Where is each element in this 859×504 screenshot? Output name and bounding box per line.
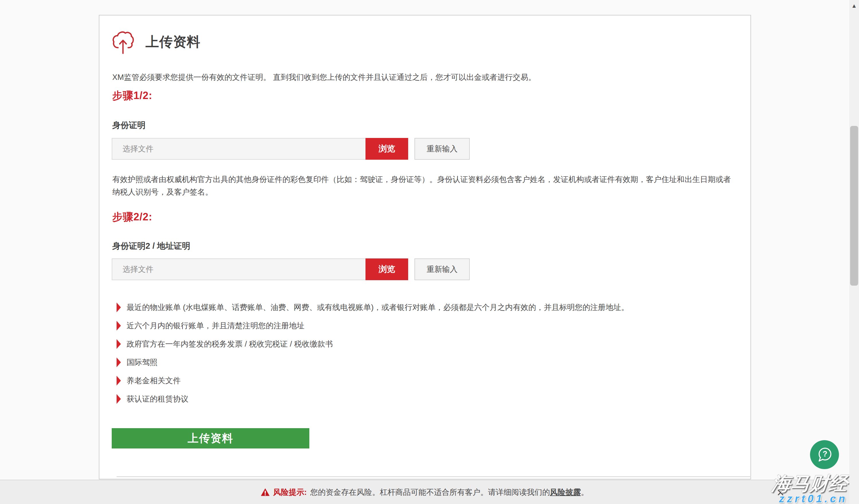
triangle-bullet-icon: [117, 376, 121, 385]
list-item-text: 最近的物业账单 (水电煤账单、话费账单、油费、网费、或有线电视账单)，或者银行对…: [126, 302, 629, 313]
section-divider: [117, 476, 751, 477]
address-browse-button[interactable]: 浏览: [365, 258, 408, 280]
risk-prefix: 风险提示:: [273, 487, 307, 498]
risk-suffix: 。: [581, 487, 589, 498]
close-icon[interactable]: ×: [773, 480, 788, 504]
page-title: 上传资料: [146, 33, 200, 51]
cloud-upload-icon: [112, 29, 135, 55]
accepted-documents-list: 最近的物业账单 (水电煤账单、话费账单、油费、网费、或有线电视账单)，或者银行对…: [117, 298, 629, 408]
svg-text:?: ?: [823, 450, 827, 458]
triangle-bullet-icon: [117, 321, 121, 331]
warning-triangle-icon: [261, 488, 270, 496]
card-header: 上传资料: [112, 29, 200, 55]
address-reset-button[interactable]: 重新输入: [415, 258, 470, 280]
risk-warning-bar: 风险提示: 您的资金存在风险。杠杆商品可能不适合所有客户。请详细阅读我们的风险披…: [0, 480, 849, 504]
identity-reset-button[interactable]: 重新输入: [415, 138, 470, 160]
scrollbar-thumb[interactable]: [850, 126, 858, 286]
address-upload-row: 浏览 重新输入: [112, 258, 470, 280]
upload-card: 上传资料 XM监管必须要求您提供一份有效的文件证明。 直到我们收到您上传的文件并…: [99, 15, 751, 479]
identity-doc-note: 有效护照或者由权威机构官方出具的其他身份证件的彩色复印件（比如：驾驶证，身份证等…: [112, 173, 738, 198]
step2-heading: 步骤2/2:: [112, 210, 152, 224]
help-chat-icon: ?: [815, 446, 834, 464]
vertical-scrollbar[interactable]: ▲: [849, 0, 859, 504]
list-item-text: 政府官方在一年内签发的税务发票 / 税收完税证 / 税收缴款书: [126, 339, 333, 349]
triangle-bullet-icon: [117, 339, 121, 349]
list-item: 国际驾照: [117, 353, 629, 372]
list-item: 近六个月内的银行账单，并且清楚注明您的注册地址: [117, 317, 629, 335]
address-proof-label: 身份证明2 / 地址证明: [112, 240, 190, 252]
list-item-text: 近六个月内的银行账单，并且清楚注明您的注册地址: [126, 320, 304, 331]
list-item: 最近的物业账单 (水电煤账单、话费账单、油费、网费、或有线电视账单)，或者银行对…: [117, 298, 629, 317]
upload-documents-button[interactable]: 上传资料: [112, 428, 310, 448]
list-item: 政府官方在一年内签发的税务发票 / 税收完税证 / 税收缴款书: [117, 335, 629, 353]
triangle-bullet-icon: [117, 358, 121, 367]
identity-upload-row: 浏览 重新输入: [112, 138, 470, 160]
triangle-bullet-icon: [117, 394, 121, 404]
step1-heading: 步骤1/2:: [112, 89, 152, 103]
list-item: 获认证的租赁协议: [117, 390, 629, 408]
address-file-input[interactable]: [112, 258, 365, 280]
intro-text: XM监管必须要求您提供一份有效的文件证明。 直到我们收到您上传的文件并且认证通过…: [112, 72, 740, 83]
identity-file-input[interactable]: [112, 138, 365, 160]
upload-documents-page: 上传资料 XM监管必须要求您提供一份有效的文件证明。 直到我们收到您上传的文件并…: [0, 0, 859, 504]
triangle-bullet-icon: [117, 302, 121, 312]
risk-disclosure-link[interactable]: 风险披露: [550, 487, 581, 498]
risk-message: 您的资金存在风险。杠杆商品可能不适合所有客户。请详细阅读我们的: [310, 487, 550, 498]
help-chat-button[interactable]: ?: [810, 440, 839, 469]
identity-browse-button[interactable]: 浏览: [365, 138, 408, 160]
list-item-text: 获认证的租赁协议: [126, 394, 189, 404]
scroll-up-arrow-icon[interactable]: ▲: [849, 2, 859, 10]
identity-proof-label: 身份证明: [112, 120, 146, 131]
risk-warning-content: 风险提示: 您的资金存在风险。杠杆商品可能不适合所有客户。请详细阅读我们的风险披…: [261, 487, 589, 498]
list-item: 养老金相关文件: [117, 372, 629, 390]
list-item-text: 国际驾照: [126, 357, 157, 367]
list-item-text: 养老金相关文件: [126, 376, 181, 386]
